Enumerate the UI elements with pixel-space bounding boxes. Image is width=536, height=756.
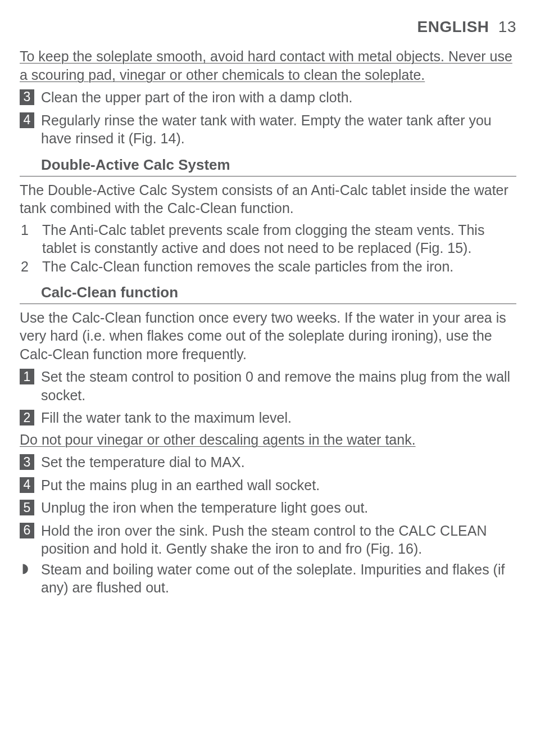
result-text: Steam and boiling water come out of the … (41, 560, 516, 597)
step-text: Unplug the iron when the temperature lig… (41, 499, 516, 517)
result-marker-icon: ◗ (20, 560, 41, 597)
step-number-badge: 2 (20, 410, 34, 425)
step-item: 3 Clean the upper part of the iron with … (20, 88, 516, 107)
item-number: 2 (21, 257, 42, 276)
step-item: 4 Regularly rinse the water tank with wa… (20, 111, 516, 148)
warning-soleplate: To keep the soleplate smooth, avoid hard… (20, 47, 516, 84)
step-text: Fill the water tank to the maximum level… (41, 409, 516, 427)
item-text: The Calc-Clean function removes the scal… (42, 257, 516, 276)
step-number-badge: 1 (20, 369, 34, 384)
item-text: The Anti-Calc tablet prevents scale from… (42, 221, 516, 257)
step-number-badge: 4 (20, 112, 34, 128)
item-number: 1 (21, 221, 42, 257)
step-number-badge: 4 (20, 477, 34, 493)
step-text: Clean the upper part of the iron with a … (41, 88, 516, 107)
step-item: 5 Unplug the iron when the temperature l… (20, 499, 516, 517)
step-text: Put the mains plug in an earthed wall so… (41, 476, 516, 495)
step-number-badge: 5 (20, 500, 34, 515)
step-text: Hold the iron over the sink. Push the st… (41, 522, 516, 558)
dacs-intro: The Double-Active Calc System consists o… (20, 181, 516, 218)
section-heading-dacs: Double-Active Calc System (20, 156, 516, 176)
step-text: Regularly rinse the water tank with wate… (41, 111, 516, 148)
step-item: 4 Put the mains plug in an earthed wall … (20, 476, 516, 495)
step-item: 1 Set the steam control to position 0 an… (20, 368, 516, 404)
result-item: ◗ Steam and boiling water come out of th… (20, 560, 516, 597)
language-label: ENGLISH (417, 18, 489, 35)
section-heading-cc: Calc-Clean function (20, 283, 516, 304)
warning-vinegar: Do not pour vinegar or other descaling a… (20, 431, 516, 449)
step-item: 2 Fill the water tank to the maximum lev… (20, 409, 516, 427)
page-header: ENGLISH 13 (20, 17, 516, 37)
cc-intro: Use the Calc-Clean function once every t… (20, 309, 516, 364)
step-number-badge: 3 (20, 89, 34, 105)
step-text: Set the steam control to position 0 and … (41, 368, 516, 404)
numbered-item: 1 The Anti-Calc tablet prevents scale fr… (21, 221, 516, 257)
step-number-badge: 3 (20, 454, 34, 470)
step-item: 3 Set the temperature dial to MAX. (20, 453, 516, 472)
step-item: 6 Hold the iron over the sink. Push the … (20, 522, 516, 558)
numbered-item: 2 The Calc-Clean function removes the sc… (21, 257, 516, 276)
step-text: Set the temperature dial to MAX. (41, 453, 516, 472)
step-number-badge: 6 (20, 523, 34, 538)
page-number: 13 (498, 18, 516, 35)
